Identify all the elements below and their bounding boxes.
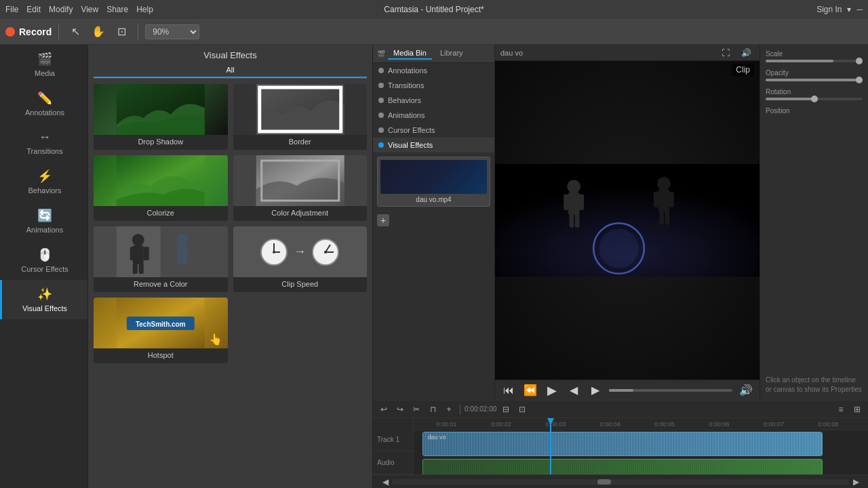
toolbar-separator2 [138,24,138,40]
opacity-fill [766,79,863,81]
volume-control[interactable]: 🔊 [738,382,754,399]
skip-next-frame[interactable]: ▶ [587,382,604,399]
svg-rect-15 [177,245,188,264]
tl-zoom-out[interactable]: ⊟ [499,403,513,416]
menu-help[interactable]: Help [136,5,153,14]
preview-canvas: Clip [495,61,760,380]
effects-tab-all[interactable]: All [94,63,367,78]
record-dot [5,27,15,37]
effect-label-drop-shadow: Drop Shadow [138,135,183,150]
effect-clip-speed[interactable]: → Clip Speed [233,226,368,292]
tl-zoom-in[interactable]: + [442,403,456,416]
left-panel-behaviors[interactable]: Behaviors [373,93,494,108]
playback-progress[interactable] [609,389,732,392]
sidebar-label-animations: Animations [26,226,63,234]
skip-prev-frame[interactable]: ◀ [566,382,582,399]
scale-slider[interactable] [766,60,863,62]
library-tab[interactable]: Library [435,47,469,60]
effects-panel: Visual Effects All Dr [88,45,373,488]
tl-sep1 [460,404,460,415]
left-panel-label-transitions: Transitions [388,81,424,89]
sign-in-button[interactable]: Sign In [816,5,842,14]
tl-grid[interactable]: ⊞ [850,403,864,416]
media-clip-area: dau vo.mp4 [373,152,494,211]
scroll-left-btn[interactable]: ◀ [378,475,392,489]
tick-3: 0:00:03 [545,421,566,428]
left-panel-animations[interactable]: Animations [373,108,494,123]
scroll-handle-area: ◀ ▶ [373,474,868,488]
left-panel-annotations[interactable]: Annotations [373,63,494,78]
effect-color-adjustment[interactable]: Color Adjustment [233,155,368,221]
menu-edit[interactable]: Edit [26,5,41,14]
transitions-icon: ↔ [39,130,51,144]
sidebar-item-media[interactable]: 🎬 Media [0,45,87,84]
skip-back-button[interactable]: ⏮ [500,382,517,399]
sidebar-item-animations[interactable]: 🔄 Animations [0,201,87,241]
menu-file[interactable]: File [5,5,18,14]
tl-redo[interactable]: ↪ [393,403,407,416]
timeline-tracks: Track 1 Audio 0:00:01 0:00:02 0:00:03 0:… [373,418,868,474]
sidebar-label-behaviors: Behaviors [28,186,62,195]
thumb-color-adjustment [233,155,368,206]
video-clip[interactable]: dau vo [422,432,823,456]
opacity-slider[interactable] [766,79,863,81]
media-clip-item[interactable]: dau vo.mp4 [377,157,490,207]
tick-1: 0:00:01 [437,421,457,428]
sidebar-item-behaviors[interactable]: ⚡ Behaviors [0,162,87,201]
tick-5: 0:00:05 [654,421,675,428]
rotation-slider[interactable] [766,98,863,100]
svg-rect-32 [578,195,584,210]
scroll-right-btn[interactable]: ▶ [849,475,863,489]
left-panel-visual[interactable]: Visual Effects [373,138,494,152]
sidebar-item-annotations[interactable]: ✏️ Annotations [0,84,87,123]
zoom-select[interactable]: 50%75%90% 100%125%150% [145,24,199,39]
tl-list[interactable]: ≡ [834,403,848,416]
menu-items: File Edit Modify View Share Help [5,5,153,14]
record-button[interactable]: Record [5,26,52,37]
fullscreen-btn[interactable]: ⛶ [717,45,734,61]
sidebar-label-visual-effects: Visual Effects [22,304,67,312]
media-bin-tab[interactable]: Media Bin [388,47,432,60]
sign-in-chevron[interactable]: ▾ [847,5,851,14]
sidebar-item-visual-effects[interactable]: ✨ Visual Effects [0,280,87,319]
effect-colorize[interactable]: Colorize [94,155,228,221]
track-content: 0:00:01 0:00:02 0:00:03 0:00:04 0:00:05 … [414,418,868,474]
add-media-button[interactable]: + [377,214,389,226]
audio-clip[interactable] [422,459,823,474]
effect-hotspot[interactable]: TechSmith.com 👆 Hotspot [94,298,228,363]
dot-cursor [378,127,384,133]
opacity-label: Opacity [766,69,863,77]
step-back-button[interactable]: ⏪ [522,382,538,399]
minimize-button[interactable]: ─ [856,5,863,14]
tl-fit[interactable]: ⊡ [515,403,529,416]
menu-share[interactable]: Share [106,5,128,14]
effect-remove-color[interactable]: Remove a Color [94,226,228,292]
pan-tool[interactable]: ✋ [89,22,108,41]
timeline-time: 0:00:02:00 [465,405,496,413]
track-labels: Track 1 Audio [373,418,414,474]
select-tool[interactable]: ↖ [66,22,85,41]
playhead[interactable] [550,418,551,474]
tl-cut[interactable]: ✂ [410,403,423,416]
left-panel-label-visual: Visual Effects [388,141,433,149]
crop-tool[interactable]: ⊡ [112,22,131,41]
scroll-track[interactable] [392,479,849,485]
menu-modify[interactable]: Modify [49,5,73,14]
video-track: dau vo [414,430,868,458]
volume-btn[interactable]: 🔊 [738,45,754,61]
menu-view[interactable]: View [81,5,98,14]
tick-2: 0:00:02 [491,421,511,428]
sidebar-item-cursor[interactable]: 🖱️ Cursor Effects [0,241,87,280]
tick-4: 0:00:04 [600,421,620,428]
left-panel-cursor[interactable]: Cursor Effects [373,123,494,138]
play-button[interactable]: ▶ [544,382,560,399]
scroll-thumb[interactable] [597,479,611,485]
left-panel-transitions[interactable]: Transitions [373,78,494,93]
tl-undo[interactable]: ↩ [377,403,391,416]
thumb-clip-speed: → [233,226,368,277]
effect-border[interactable]: Border [233,84,368,150]
effect-drop-shadow[interactable]: Drop Shadow [94,84,228,150]
preview-tab[interactable]: dau vo [500,49,523,57]
sidebar-item-transitions[interactable]: ↔ Transitions [0,123,87,162]
tl-split[interactable]: ⊓ [426,403,439,416]
